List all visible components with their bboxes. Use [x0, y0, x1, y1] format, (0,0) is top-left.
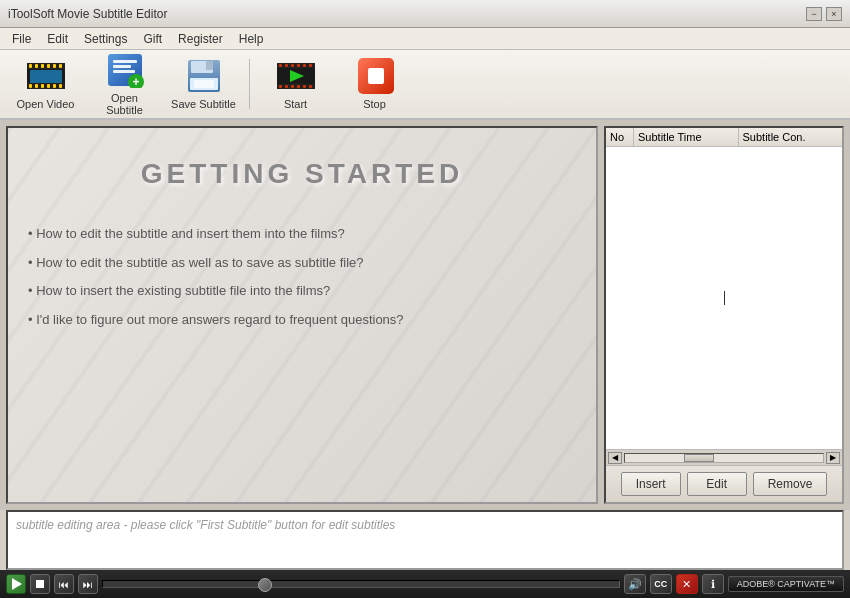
svg-rect-41	[309, 64, 312, 67]
subtitle-edit-placeholder: subtitle editing area - please click "Fi…	[16, 518, 395, 532]
svg-rect-47	[303, 85, 306, 88]
next-button[interactable]: ⏭	[78, 574, 98, 594]
play-button[interactable]	[6, 574, 26, 594]
svg-rect-37	[285, 64, 288, 67]
open-subtitle-label: Open Subtitle	[92, 92, 157, 116]
prev-button[interactable]: ⏮	[54, 574, 74, 594]
svg-rect-25	[113, 65, 131, 68]
svg-rect-13	[53, 64, 56, 68]
toolbar: Open Video + Open Subtitle	[0, 50, 850, 120]
menu-gift[interactable]: Gift	[135, 30, 170, 48]
info-button[interactable]: ℹ	[702, 574, 724, 594]
menu-edit[interactable]: Edit	[39, 30, 76, 48]
cc-button[interactable]: CC	[650, 574, 672, 594]
insert-button[interactable]: Insert	[621, 472, 681, 496]
prev-icon: ⏮	[59, 579, 69, 590]
volume-button[interactable]: 🔊	[624, 574, 646, 594]
scroll-right-arrow[interactable]: ▶	[826, 452, 840, 464]
content-panel: GETTING STARTED How to edit the subtitle…	[6, 126, 598, 504]
cc-icon: CC	[654, 579, 667, 589]
menu-settings[interactable]: Settings	[76, 30, 135, 48]
play-icon	[12, 578, 22, 590]
svg-rect-45	[291, 85, 294, 88]
stop-label: Stop	[363, 98, 386, 110]
svg-rect-48	[309, 85, 312, 88]
svg-rect-20	[47, 84, 50, 88]
seek-thumb[interactable]	[258, 578, 272, 592]
svg-rect-26	[113, 70, 135, 73]
captivate-badge: ADOBE® CAPTIVATE™	[728, 576, 844, 592]
open-subtitle-icon: +	[106, 52, 144, 88]
stop-icon-box	[355, 58, 395, 94]
next-icon: ⏭	[83, 579, 93, 590]
horizontal-scrollbar[interactable]: ◀ ▶	[606, 449, 842, 465]
svg-rect-12	[47, 64, 50, 68]
main-area: GETTING STARTED How to edit the subtitle…	[0, 120, 850, 510]
start-button[interactable]: Start	[258, 53, 333, 115]
stop-icon	[355, 55, 395, 97]
svg-text:+: +	[132, 75, 139, 88]
close-playback-icon: ✕	[682, 578, 691, 591]
svg-rect-21	[53, 84, 56, 88]
list-item: How to edit the subtitle and insert them…	[28, 220, 576, 249]
svg-rect-24	[113, 60, 137, 63]
svg-rect-33	[194, 80, 214, 88]
stop-playback-button[interactable]	[30, 574, 50, 594]
save-subtitle-button[interactable]: Save Subtitle	[166, 53, 241, 115]
window-controls: − ×	[806, 7, 842, 21]
svg-rect-19	[41, 84, 44, 88]
text-cursor	[724, 291, 725, 305]
open-video-icon-box	[26, 58, 66, 94]
close-playback-button[interactable]: ✕	[676, 574, 698, 594]
menu-file[interactable]: File	[4, 30, 39, 48]
getting-started-title: GETTING STARTED	[8, 158, 596, 190]
svg-rect-22	[59, 84, 62, 88]
svg-rect-40	[303, 64, 306, 67]
subtitle-table-header: No Subtitle Time Subtitle Con.	[606, 128, 842, 147]
svg-rect-44	[285, 85, 288, 88]
svg-rect-46	[297, 85, 300, 88]
svg-rect-39	[297, 64, 300, 67]
list-item: How to edit the subtitle as well as to s…	[28, 249, 576, 278]
col-no-header: No	[606, 128, 634, 146]
stop-playback-icon	[36, 580, 44, 588]
menu-bar: File Edit Settings Gift Register Help	[0, 28, 850, 50]
list-item: I'd like to figure out more answers rega…	[28, 306, 576, 335]
svg-rect-11	[41, 64, 44, 68]
scroll-thumb[interactable]	[684, 454, 714, 462]
svg-rect-17	[29, 84, 32, 88]
minimize-button[interactable]: −	[806, 7, 822, 21]
stop-button[interactable]: Stop	[337, 53, 412, 115]
open-video-label: Open Video	[17, 98, 75, 110]
col-time-header: Subtitle Time	[634, 128, 739, 146]
save-subtitle-label: Save Subtitle	[171, 98, 236, 110]
volume-icon: 🔊	[628, 578, 642, 591]
svg-rect-51	[368, 68, 384, 84]
svg-rect-38	[291, 64, 294, 67]
col-content-header: Subtitle Con.	[739, 128, 843, 146]
menu-help[interactable]: Help	[231, 30, 272, 48]
window-title: iToolSoft Movie Subtitle Editor	[8, 7, 167, 21]
open-video-button[interactable]: Open Video	[8, 53, 83, 115]
remove-button[interactable]: Remove	[753, 472, 828, 496]
save-subtitle-icon-box	[184, 58, 224, 94]
menu-register[interactable]: Register	[170, 30, 231, 48]
info-icon: ℹ	[711, 578, 715, 591]
title-bar: iToolSoft Movie Subtitle Editor − ×	[0, 0, 850, 28]
svg-rect-43	[279, 85, 282, 88]
subtitle-edit-area[interactable]: subtitle editing area - please click "Fi…	[6, 510, 844, 570]
save-subtitle-icon	[186, 58, 222, 94]
scroll-track[interactable]	[624, 453, 824, 463]
open-subtitle-button[interactable]: + Open Subtitle	[87, 53, 162, 115]
open-video-icon	[26, 59, 66, 93]
scroll-left-arrow[interactable]: ◀	[608, 452, 622, 464]
open-subtitle-icon-box: +	[105, 52, 145, 88]
svg-rect-36	[279, 64, 282, 67]
svg-rect-9	[29, 64, 32, 68]
subtitle-table-body[interactable]	[606, 147, 842, 449]
edit-button[interactable]: Edit	[687, 472, 747, 496]
content-list: How to edit the subtitle and insert them…	[8, 210, 596, 344]
seek-bar[interactable]	[102, 580, 620, 588]
list-item: How to insert the existing subtitle file…	[28, 277, 576, 306]
close-button[interactable]: ×	[826, 7, 842, 21]
